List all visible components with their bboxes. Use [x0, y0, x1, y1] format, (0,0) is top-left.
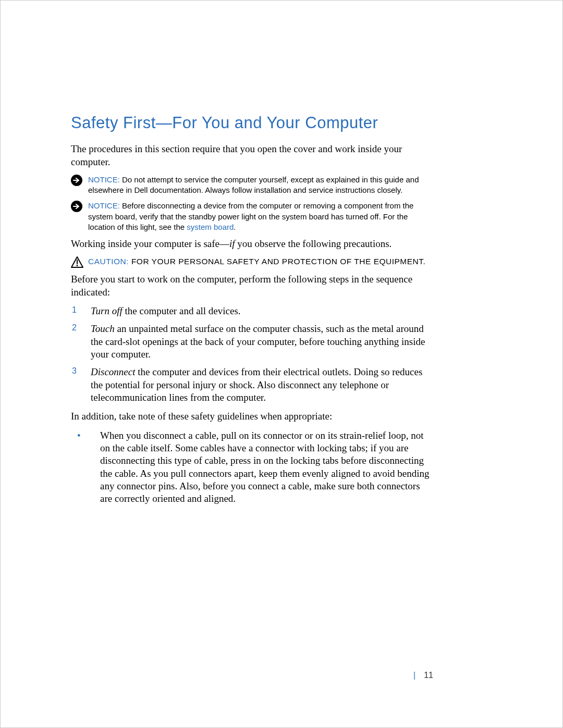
- notice-label: NOTICE:: [88, 201, 120, 210]
- section-heading: Safety First—For You and Your Computer: [71, 113, 432, 133]
- step-body: Touch an unpainted metal surface on the …: [91, 323, 432, 361]
- page-number-value: 11: [424, 671, 433, 680]
- step-body: Turn off the computer and all devices.: [91, 305, 432, 317]
- document-page: Safety First—For You and Your Computer T…: [0, 0, 563, 728]
- bullet-item: • When you disconnect a cable, pull on i…: [71, 429, 432, 505]
- notice-body-b: .: [234, 223, 236, 231]
- step-verb: Disconnect: [91, 366, 135, 377]
- working-pre: Working inside your computer is safe—: [71, 238, 229, 249]
- notice-body: Do not attempt to service the computer y…: [88, 175, 419, 194]
- step-verb: Turn off: [91, 305, 123, 316]
- step: 1 Turn off the computer and all devices.: [71, 305, 432, 317]
- notice-text: NOTICE: Do not attempt to service the co…: [88, 175, 432, 196]
- step-rest: an unpainted metal surface on the comput…: [91, 323, 425, 360]
- caution-label: CAUTION:: [88, 257, 131, 266]
- page-number: |11: [413, 670, 433, 681]
- notice-arrow-icon: [71, 201, 88, 232]
- caution-triangle-icon: [71, 256, 88, 268]
- step-number: 3: [71, 366, 91, 404]
- working-if: if: [229, 238, 235, 249]
- step-number: 2: [71, 323, 91, 361]
- bullet-list: • When you disconnect a cable, pull on i…: [71, 429, 432, 505]
- bullet-body: When you disconnect a cable, pull on its…: [100, 429, 432, 505]
- working-paragraph: Working inside your computer is safe—if …: [71, 238, 432, 250]
- intro-paragraph: The procedures in this section require t…: [71, 143, 432, 168]
- step: 3 Disconnect the computer and devices fr…: [71, 366, 432, 404]
- addition-paragraph: In addition, take note of these safety g…: [71, 410, 432, 423]
- notice-arrow-icon: [71, 175, 88, 196]
- system-board-link[interactable]: system board: [187, 223, 234, 231]
- step-rest: the computer and all devices.: [123, 305, 241, 316]
- notice-text: NOTICE: Before disconnecting a device fr…: [88, 201, 432, 232]
- caution-text: CAUTION: FOR YOUR PERSONAL SAFETY AND PR…: [88, 256, 432, 268]
- notice-body-a: Before disconnecting a device from the c…: [88, 201, 413, 231]
- step-rest: the computer and devices from their elec…: [91, 366, 422, 403]
- page-number-bar: |: [413, 671, 415, 680]
- numbered-steps: 1 Turn off the computer and all devices.…: [71, 305, 432, 404]
- bullet-dot-icon: •: [71, 429, 100, 505]
- svg-point-3: [77, 265, 78, 267]
- working-post: you observe the following precautions.: [235, 238, 392, 249]
- notice-label: NOTICE:: [88, 175, 120, 184]
- step-number: 1: [71, 305, 91, 317]
- notice-block-2: NOTICE: Before disconnecting a device fr…: [71, 201, 432, 232]
- step-body: Disconnect the computer and devices from…: [91, 366, 432, 404]
- step: 2 Touch an unpainted metal surface on th…: [71, 323, 432, 361]
- notice-block-1: NOTICE: Do not attempt to service the co…: [71, 175, 432, 196]
- before-paragraph: Before you start to work on the computer…: [71, 273, 432, 299]
- caution-block: CAUTION: FOR YOUR PERSONAL SAFETY AND PR…: [71, 256, 432, 268]
- step-verb: Touch: [91, 323, 115, 334]
- caution-body: FOR YOUR PERSONAL SAFETY AND PROTECTION …: [131, 257, 425, 266]
